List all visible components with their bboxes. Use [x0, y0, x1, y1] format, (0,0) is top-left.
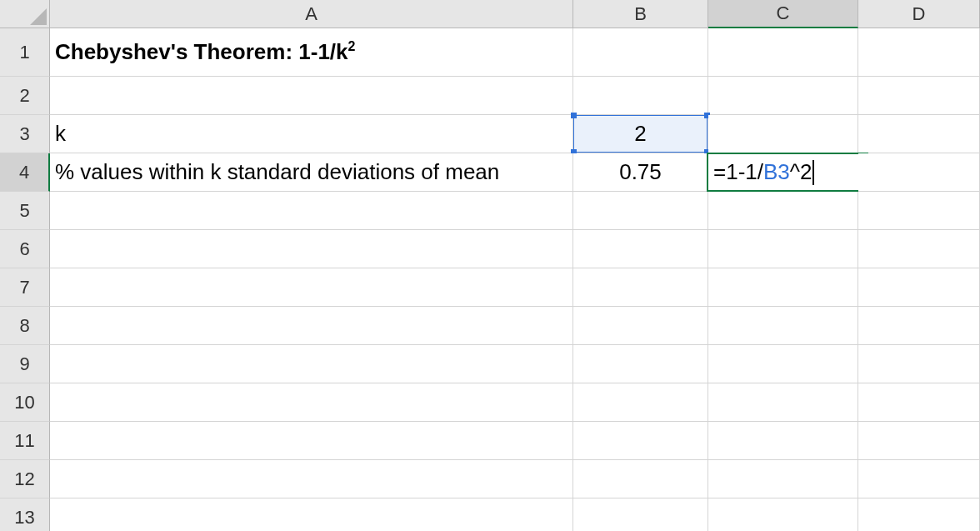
cell-B6[interactable] [573, 230, 708, 268]
cell-A4[interactable]: % values within k standard deviations of… [50, 153, 573, 192]
cell-C3[interactable] [708, 115, 858, 153]
cell-C12[interactable] [708, 460, 858, 498]
cell-A9[interactable] [50, 345, 573, 383]
col-header-A[interactable]: A [50, 0, 573, 28]
cell-C10[interactable] [708, 383, 858, 422]
cell-B11[interactable] [573, 422, 708, 460]
cell-A8[interactable] [50, 307, 573, 345]
cell-B13[interactable] [573, 498, 708, 531]
cell-B3-content: 2 [634, 121, 646, 147]
cell-B4-content: 0.75 [619, 159, 662, 185]
row-header-3[interactable]: 3 [0, 115, 50, 153]
cell-A7[interactable] [50, 268, 573, 307]
cell-C7[interactable] [708, 268, 858, 307]
cell-D1[interactable] [858, 28, 980, 77]
cell-C13[interactable] [708, 498, 858, 531]
row-header-12[interactable]: 12 [0, 460, 50, 498]
cell-A12[interactable] [50, 460, 573, 498]
cell-C11[interactable] [708, 422, 858, 460]
row-header-6[interactable]: 6 [0, 230, 50, 268]
cell-B2[interactable] [573, 77, 708, 115]
select-all-corner[interactable] [0, 0, 50, 28]
cell-D12[interactable] [858, 460, 980, 498]
formula-text: =1-1/B3^2 [713, 159, 812, 185]
cell-C5[interactable] [708, 192, 858, 230]
cell-B5[interactable] [573, 192, 708, 230]
cell-C2[interactable] [708, 77, 858, 115]
row-header-10[interactable]: 10 [0, 383, 50, 422]
text-caret [812, 160, 814, 185]
cell-D10[interactable] [858, 383, 980, 422]
cell-B10[interactable] [573, 383, 708, 422]
cell-B12[interactable] [573, 460, 708, 498]
cell-A5[interactable] [50, 192, 573, 230]
cell-B9[interactable] [573, 345, 708, 383]
cell-D6[interactable] [858, 230, 980, 268]
cell-A6[interactable] [50, 230, 573, 268]
cell-B3[interactable]: 2 [573, 115, 708, 153]
row-header-9[interactable]: 9 [0, 345, 50, 383]
cell-B7[interactable] [573, 268, 708, 307]
cell-D3[interactable] [858, 115, 980, 153]
cell-D4[interactable] [858, 153, 980, 192]
cell-D8[interactable] [858, 307, 980, 345]
cell-A11[interactable] [50, 422, 573, 460]
cell-C6[interactable] [708, 230, 858, 268]
row-header-11[interactable]: 11 [0, 422, 50, 460]
cell-D13[interactable] [858, 498, 980, 531]
spreadsheet-grid: A B C D 1 Chebyshev's Theorem: 1-1/k2 2 … [0, 0, 980, 531]
cell-A1-content: Chebyshev's Theorem: 1-1/k2 [55, 39, 355, 65]
col-header-C[interactable]: C [708, 0, 858, 28]
cell-A1[interactable]: Chebyshev's Theorem: 1-1/k2 [50, 28, 573, 77]
cell-A2[interactable] [50, 77, 573, 115]
cell-A13[interactable] [50, 498, 573, 531]
row-header-2[interactable]: 2 [0, 77, 50, 115]
cell-B8[interactable] [573, 307, 708, 345]
cell-B1[interactable] [573, 28, 708, 77]
cell-D5[interactable] [858, 192, 980, 230]
row-header-13[interactable]: 13 [0, 498, 50, 531]
cell-D2[interactable] [858, 77, 980, 115]
row-header-5[interactable]: 5 [0, 192, 50, 230]
cell-A3-content: k [55, 121, 66, 147]
cell-A4-content: % values within k standard deviations of… [55, 159, 499, 185]
cell-D11[interactable] [858, 422, 980, 460]
cell-D9[interactable] [858, 345, 980, 383]
cell-B4[interactable]: 0.75 [573, 153, 708, 192]
row-header-8[interactable]: 8 [0, 307, 50, 345]
col-header-D[interactable]: D [858, 0, 980, 28]
cell-A3[interactable]: k [50, 115, 573, 153]
col-header-B[interactable]: B [573, 0, 708, 28]
row-header-4[interactable]: 4 [0, 153, 50, 192]
row-header-7[interactable]: 7 [0, 268, 50, 307]
formula-editor[interactable]: =1-1/B3^2 [707, 153, 868, 192]
cell-C9[interactable] [708, 345, 858, 383]
cell-A10[interactable] [50, 383, 573, 422]
cell-C8[interactable] [708, 307, 858, 345]
cell-D7[interactable] [858, 268, 980, 307]
cell-C1[interactable] [708, 28, 858, 77]
row-header-1[interactable]: 1 [0, 28, 50, 77]
cell-C4[interactable]: =1-1/B3^2 [708, 153, 858, 192]
